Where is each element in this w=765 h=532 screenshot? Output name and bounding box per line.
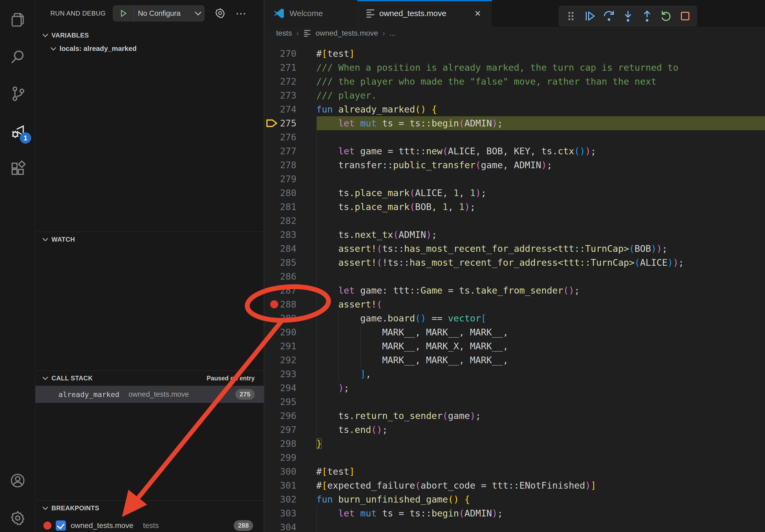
breakpoint-row[interactable]: owned_tests.move tests 288 <box>35 518 264 532</box>
code-line-text[interactable]: #[expected_failure(abort_code = ttt::ENo… <box>316 478 765 492</box>
code-line-text[interactable] <box>316 172 765 186</box>
code-line-text[interactable]: #[test] <box>316 464 765 478</box>
activitybar-explorer-button[interactable] <box>0 10 35 30</box>
code-line-text[interactable]: let game = ttt::new(ALICE, BOB, KEY, ts.… <box>316 144 765 158</box>
gutter-cell[interactable]: 293 <box>264 367 316 381</box>
code-line-text[interactable]: assert!(ts::has_most_recent_for_address<… <box>316 242 765 256</box>
gutter-cell[interactable]: 288 <box>264 297 316 311</box>
gutter-cell[interactable]: 291 <box>264 339 316 353</box>
code-line[interactable]: 284 assert!(ts::has_most_recent_for_addr… <box>264 242 765 256</box>
gutter-cell[interactable]: 280 <box>264 186 316 200</box>
code-line-text[interactable] <box>316 214 765 228</box>
code-line-text[interactable]: #[test] <box>316 47 765 61</box>
code-line-text[interactable]: transfer::public_transfer(game, ADMIN); <box>316 158 765 172</box>
start-debugging-button[interactable] <box>113 6 134 21</box>
code-line[interactable]: 304 <box>264 520 765 532</box>
code-line[interactable]: 292 MARK__, MARK__, MARK__, <box>264 353 765 367</box>
code-line[interactable]: 303 let mut ts = ts::begin(ADMIN); <box>264 506 765 520</box>
gutter-cell[interactable]: 295 <box>264 395 316 409</box>
code-line[interactable]: 277 let game = ttt::new(ALICE, BOB, KEY,… <box>264 144 765 158</box>
code-line-text[interactable]: assert!( <box>316 297 765 311</box>
gutter-cell[interactable]: 289 <box>264 311 316 325</box>
gutter-cell[interactable]: 304 <box>264 520 316 532</box>
code-line[interactable]: 274fun already_marked() { <box>264 102 765 116</box>
code-line-text[interactable]: fun already_marked() { <box>316 102 765 116</box>
code-line[interactable]: 294 ); <box>264 381 765 395</box>
gutter-cell[interactable]: 273 <box>264 89 316 102</box>
more-actions-button[interactable]: ⋯ <box>234 8 248 19</box>
activitybar-source-control-button[interactable] <box>0 84 35 104</box>
step-into-button[interactable] <box>622 10 634 23</box>
gutter-cell[interactable]: 271 <box>264 61 316 75</box>
code-line-text[interactable]: ts.place_mark(BOB, 1, 1); <box>316 200 765 214</box>
code-line[interactable]: 283 ts.next_tx(ADMIN); <box>264 228 765 242</box>
code-line[interactable]: 300#[test] <box>264 464 765 478</box>
code-line[interactable]: 272/// the player who made the "false" m… <box>264 75 765 89</box>
activitybar-extensions-button[interactable] <box>0 159 35 178</box>
code-line-text[interactable]: fun burn_unfinished_game() { <box>316 492 765 506</box>
gutter-cell[interactable]: 303 <box>264 506 316 520</box>
breakpoints-header[interactable]: BREAKPOINTS <box>35 501 264 516</box>
tab-owned-tests-move[interactable]: owned_tests.move ✕ <box>357 0 492 27</box>
stop-button[interactable] <box>679 10 692 23</box>
gutter-cell[interactable]: 272 <box>264 75 316 89</box>
code-line[interactable]: 276 <box>264 130 765 144</box>
close-tab-button[interactable]: ✕ <box>473 9 483 19</box>
code-line-text[interactable]: ts.end(); <box>316 423 765 437</box>
restart-button[interactable] <box>660 10 672 23</box>
code-line[interactable]: 273/// player. <box>264 89 765 102</box>
toolbar-drag-handle[interactable] <box>564 10 577 23</box>
code-line[interactable]: 278 transfer::public_transfer(game, ADMI… <box>264 158 765 172</box>
breakpoint-dot-icon[interactable] <box>270 300 278 308</box>
gutter-cell[interactable]: 276 <box>264 130 316 144</box>
tab-welcome[interactable]: Welcome <box>264 0 357 27</box>
gutter-cell[interactable]: 281 <box>264 200 316 214</box>
breakpoint-checkbox[interactable] <box>56 520 66 531</box>
gutter-cell[interactable]: 299 <box>264 450 316 464</box>
code-line-text[interactable]: /// player. <box>316 89 765 102</box>
gutter-cell[interactable]: 282 <box>264 214 316 228</box>
code-line-text[interactable] <box>316 130 765 144</box>
code-line[interactable]: 302fun burn_unfinished_game() { <box>264 492 765 506</box>
step-over-button[interactable] <box>602 10 615 23</box>
gutter-cell[interactable]: 297 <box>264 423 316 437</box>
debug-configuration-picker[interactable]: No Configura <box>113 5 205 21</box>
gutter-cell[interactable]: 278 <box>264 158 316 172</box>
code-line-text[interactable] <box>316 395 765 409</box>
gutter-cell[interactable]: 279 <box>264 172 316 186</box>
code-area[interactable]: 270#[test]271/// When a position is alre… <box>264 40 765 532</box>
activitybar-settings-button[interactable] <box>0 508 35 528</box>
code-line[interactable]: 281 ts.place_mark(BOB, 1, 1); <box>264 200 765 214</box>
configuration-name[interactable]: No Configura <box>134 9 195 18</box>
breadcrumb-item-symbol[interactable]: ... <box>389 29 395 38</box>
gutter-cell[interactable]: 298 <box>264 437 316 450</box>
code-line[interactable]: 289 game.board() == vector[ <box>264 311 765 325</box>
gutter-cell[interactable]: 296 <box>264 409 316 423</box>
code-line[interactable]: 270#[test] <box>264 47 765 61</box>
code-line-text[interactable]: /// the player who made the "false" move… <box>316 75 765 89</box>
code-line-text[interactable] <box>316 450 765 464</box>
continue-button[interactable] <box>583 10 596 23</box>
code-line[interactable]: 296 ts.return_to_sender(game); <box>264 409 765 423</box>
code-line[interactable]: 295 <box>264 395 765 409</box>
variables-scope-row[interactable]: locals: already_marked <box>35 45 264 53</box>
code-line[interactable]: 275 let mut ts = ts::begin(ADMIN); <box>264 116 765 130</box>
gutter-cell[interactable]: 270 <box>264 47 316 61</box>
code-line[interactable]: 285 assert!(!ts::has_most_recent_for_add… <box>264 256 765 269</box>
gutter-cell[interactable]: 294 <box>264 381 316 395</box>
call-stack-frame-row[interactable]: already_marked owned_tests.move 275 <box>35 386 264 403</box>
code-line-text[interactable]: assert!(!ts::has_most_recent_for_address… <box>316 256 765 269</box>
code-line-text[interactable]: ts.place_mark(ALICE, 1, 1); <box>316 186 765 200</box>
code-line-text[interactable]: game.board() == vector[ <box>316 311 765 325</box>
code-line[interactable]: 279 <box>264 172 765 186</box>
code-line[interactable]: 293 ], <box>264 367 765 381</box>
step-out-button[interactable] <box>641 10 653 23</box>
gutter-cell[interactable]: 300 <box>264 464 316 478</box>
code-line-text[interactable] <box>316 269 765 283</box>
code-line[interactable]: 298} <box>264 437 765 450</box>
gutter-cell[interactable]: 275 <box>264 116 316 130</box>
gutter-cell[interactable]: 274 <box>264 102 316 116</box>
watch-header[interactable]: WATCH <box>35 232 264 247</box>
code-line-text[interactable]: MARK__, MARK_X, MARK__, <box>316 339 765 353</box>
code-line[interactable]: 271/// When a position is already marked… <box>264 61 765 75</box>
